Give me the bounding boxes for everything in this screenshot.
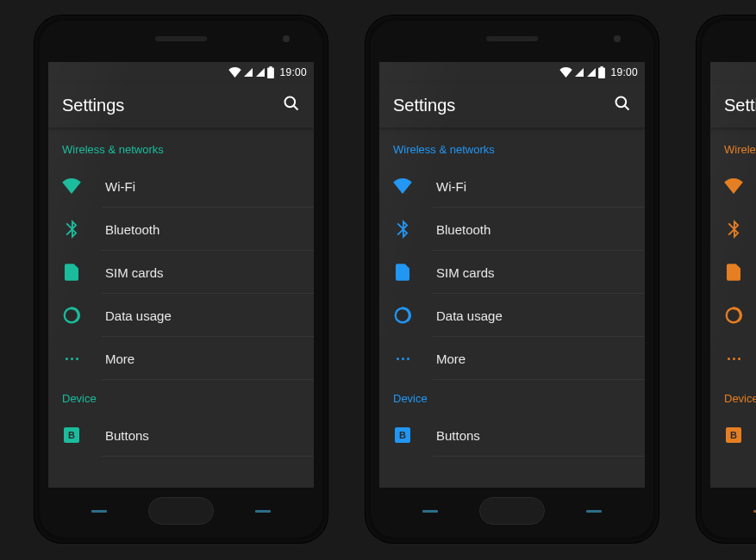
back-key[interactable]: [91, 510, 107, 513]
phone-speaker: [155, 36, 207, 41]
wifi-icon: [393, 177, 412, 196]
phone-screen: 19:00 Settings Wireless & networks Wi-Fi…: [710, 62, 756, 488]
search-icon: [283, 95, 300, 112]
settings-list: Wireless & networks Wi-Fi Bluetooth SIM …: [710, 128, 756, 457]
section-header: Wireless & networks: [379, 131, 645, 165]
signal1-icon: [243, 67, 253, 78]
status-time: 19:00: [610, 66, 638, 78]
settings-item-buttons[interactable]: B Buttons: [710, 414, 756, 457]
status-bar: 19:00: [48, 62, 314, 83]
settings-item-buttons[interactable]: B Buttons: [379, 414, 645, 457]
svg-line-1: [294, 106, 298, 110]
status-bar: 19:00: [710, 62, 756, 83]
section-header: Device: [710, 380, 756, 414]
app-bar: Settings: [48, 83, 314, 128]
wifi-icon: [62, 177, 81, 196]
settings-item-label: SIM cards: [105, 265, 164, 280]
settings-item-label: Bluetooth: [105, 222, 159, 237]
bluetooth-icon: [724, 220, 743, 239]
settings-item-label: SIM cards: [436, 265, 495, 280]
phone-screen: 19:00 Settings Wireless & networks Wi-Fi…: [48, 62, 314, 488]
settings-item-data-usage[interactable]: Data usage: [48, 294, 314, 337]
phone-mockup: 19:00 Settings Wireless & networks Wi-Fi…: [366, 16, 659, 543]
settings-item-data-usage[interactable]: Data usage: [710, 294, 756, 337]
data-usage-icon: [724, 306, 743, 325]
search-icon: [614, 95, 631, 112]
settings-item-bluetooth[interactable]: Bluetooth: [379, 208, 645, 251]
settings-item-bluetooth[interactable]: Bluetooth: [710, 208, 756, 251]
svg-line-4: [625, 106, 629, 110]
section-header: Wireless & networks: [48, 131, 314, 165]
bluetooth-icon: [393, 220, 412, 239]
recents-key[interactable]: [255, 510, 271, 513]
app-bar: Settings: [710, 83, 756, 128]
search-button[interactable]: [283, 95, 300, 115]
settings-item-more[interactable]: More: [379, 337, 645, 380]
battery-icon: [598, 66, 605, 78]
settings-item-label: Data usage: [436, 308, 503, 323]
back-key[interactable]: [422, 510, 438, 513]
settings-item-wi-fi[interactable]: Wi-Fi: [48, 165, 314, 208]
phone-nav: [702, 495, 756, 527]
settings-item-label: Wi-Fi: [105, 179, 135, 194]
more-icon: [724, 349, 743, 368]
sim-icon: [724, 263, 743, 282]
settings-item-buttons[interactable]: B Buttons: [48, 414, 314, 457]
settings-item-sim-cards[interactable]: SIM cards: [710, 251, 756, 294]
svg-point-3: [616, 97, 627, 108]
buttons-icon: B: [62, 426, 81, 445]
wifi-icon: [724, 177, 743, 196]
settings-list: Wireless & networks Wi-Fi Bluetooth SIM …: [48, 128, 314, 457]
section-header: Wireless & networks: [710, 131, 756, 165]
settings-item-sim-cards[interactable]: SIM cards: [48, 251, 314, 294]
phone-speaker: [486, 36, 538, 41]
settings-item-sim-cards[interactable]: SIM cards: [379, 251, 645, 294]
settings-item-wi-fi[interactable]: Wi-Fi: [710, 165, 756, 208]
settings-item-label: Bluetooth: [436, 222, 490, 237]
settings-item-label: Buttons: [105, 428, 149, 443]
bluetooth-icon: [62, 220, 81, 239]
settings-item-data-usage[interactable]: Data usage: [379, 294, 645, 337]
phone-nav: [371, 495, 653, 527]
section-header: Device: [48, 380, 314, 414]
wifi-status-icon: [228, 67, 241, 78]
page-title: Settings: [62, 96, 124, 115]
sim-icon: [393, 263, 412, 282]
recents-key[interactable]: [586, 510, 602, 513]
settings-item-label: Wi-Fi: [436, 179, 466, 194]
home-button[interactable]: [479, 497, 545, 525]
status-bar: 19:00: [379, 62, 645, 83]
data-usage-icon: [393, 306, 412, 325]
settings-item-bluetooth[interactable]: Bluetooth: [48, 208, 314, 251]
page-title: Settings: [393, 96, 455, 115]
signal1-icon: [574, 67, 584, 78]
phone-camera: [614, 35, 621, 42]
settings-list: Wireless & networks Wi-Fi Bluetooth SIM …: [379, 128, 645, 457]
phone-mockup: 19:00 Settings Wireless & networks Wi-Fi…: [34, 16, 328, 543]
settings-item-label: Buttons: [436, 428, 480, 443]
more-icon: [62, 349, 81, 368]
settings-item-wi-fi[interactable]: Wi-Fi: [379, 165, 645, 208]
battery-icon: [267, 66, 274, 78]
phone-camera: [283, 35, 290, 42]
more-icon: [393, 349, 412, 368]
wifi-status-icon: [559, 67, 572, 78]
svg-point-0: [285, 97, 296, 108]
settings-item-more[interactable]: More: [48, 337, 314, 380]
buttons-icon: B: [724, 426, 743, 445]
signal2-icon: [255, 67, 266, 78]
settings-item-more[interactable]: More: [710, 337, 756, 380]
settings-item-label: Data usage: [105, 308, 172, 323]
home-button[interactable]: [148, 497, 214, 525]
phone-nav: [40, 495, 322, 527]
settings-item-label: More: [436, 352, 465, 366]
settings-item-label: More: [105, 352, 134, 366]
search-button[interactable]: [614, 95, 631, 115]
page-title: Settings: [724, 96, 756, 115]
section-header: Device: [379, 380, 645, 414]
phone-mockup: 19:00 Settings Wireless & networks Wi-Fi…: [697, 16, 756, 543]
sim-icon: [62, 263, 81, 282]
phone-screen: 19:00 Settings Wireless & networks Wi-Fi…: [379, 62, 645, 488]
status-time: 19:00: [279, 66, 307, 78]
app-bar: Settings: [379, 83, 645, 128]
